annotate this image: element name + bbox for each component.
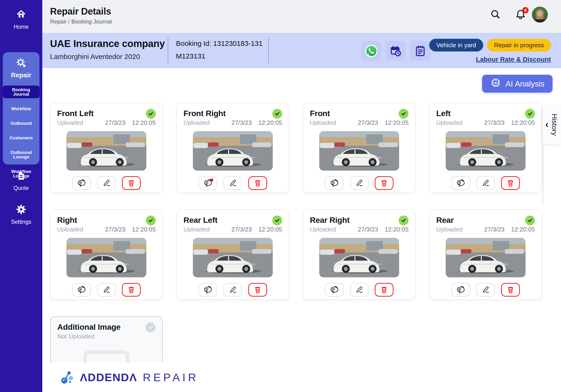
uploaded-check-icon	[272, 216, 282, 225]
card-title: Front Left	[57, 109, 94, 118]
edit-button[interactable]	[476, 176, 495, 190]
delete-button[interactable]	[375, 176, 393, 190]
vehicle-photo[interactable]	[193, 238, 273, 277]
delete-button[interactable]	[122, 283, 141, 297]
comment-button[interactable]	[325, 176, 344, 190]
trash-icon	[380, 178, 388, 188]
photo-card: Rear Right Uploaded 27/3/2312:20:05	[303, 209, 416, 300]
sidebar-item-outbound-lounge[interactable]: Outbound Lounge	[3, 148, 40, 161]
card-datetime: 27/3/2312:20:05	[358, 226, 409, 233]
comment-button[interactable]	[325, 283, 344, 297]
card-date: 27/3/23	[358, 119, 378, 126]
card-datetime: 27/3/2312:20:05	[105, 226, 156, 233]
card-title: Rear Left	[183, 216, 217, 225]
brand-name-primary: ΛDDENDΛ	[80, 371, 137, 384]
edit-button[interactable]	[350, 176, 369, 190]
comment-button[interactable]	[451, 176, 470, 190]
history-drawer-tab[interactable]: ‹ History	[543, 105, 561, 144]
vehicle-photo[interactable]	[66, 131, 146, 171]
vehicle-photo[interactable]	[319, 238, 399, 277]
card-time: 12:20:05	[132, 226, 156, 233]
chevron-left-icon: ‹	[545, 120, 548, 129]
delete-button[interactable]	[248, 283, 267, 297]
card-status: Uploaded	[436, 119, 462, 126]
delete-button[interactable]	[501, 176, 520, 190]
breadcrumb: Repair / Booking Journal	[50, 18, 112, 25]
sidebar-item-outbound[interactable]: Outbound	[8, 119, 34, 127]
labour-rate-link[interactable]: Labour Rate & Discount	[476, 56, 551, 63]
vehicle-photo[interactable]	[193, 131, 273, 171]
card-status: Uploaded	[310, 226, 336, 233]
comment-button[interactable]	[72, 283, 91, 297]
photo-card: Rear Left Uploaded 27/3/2312:20:05	[176, 209, 289, 300]
delete-button[interactable]	[248, 176, 267, 190]
trash-icon	[253, 285, 262, 295]
card-datetime: 27/3/2312:20:05	[484, 226, 535, 233]
trash-icon	[506, 178, 515, 188]
card-time: 12:20:05	[259, 226, 282, 233]
ai-analysis-button[interactable]: AI AI Analysis	[482, 75, 552, 93]
delete-button[interactable]	[375, 283, 393, 297]
comment-button[interactable]	[451, 283, 470, 297]
history-tab-label: History	[550, 114, 558, 136]
uploaded-check-icon	[272, 109, 282, 119]
notes-button[interactable]	[410, 41, 430, 61]
comment-button[interactable]	[198, 176, 217, 190]
edit-button[interactable]	[97, 176, 116, 190]
vehicle-photo[interactable]	[446, 238, 526, 277]
whatsapp-button[interactable]	[361, 41, 381, 61]
vehicle-photo[interactable]	[319, 131, 399, 171]
sidebar-item-home[interactable]: Home	[0, 9, 42, 30]
sidebar-item-workflow[interactable]: Workflow	[9, 105, 33, 113]
trash-icon	[380, 285, 388, 295]
card-date: 27/3/23	[231, 226, 252, 233]
vehicle-photo[interactable]	[66, 238, 146, 277]
main-content: AI AI Analysis Front Left Uploaded 27/3/…	[42, 68, 561, 392]
sidebar-section-repair[interactable]: Repair Booking JournalWorkflowOutboundCu…	[3, 52, 40, 164]
comment-button[interactable]	[72, 176, 91, 190]
page-title: Repair Details	[50, 6, 111, 17]
card-datetime: 27/3/2312:20:05	[105, 119, 156, 126]
edit-button[interactable]	[97, 283, 116, 297]
delete-button[interactable]	[122, 176, 141, 190]
search-icon[interactable]	[490, 9, 501, 21]
edit-button[interactable]	[476, 283, 495, 297]
edit-button[interactable]	[223, 283, 242, 297]
card-date: 27/3/23	[105, 119, 125, 126]
uploaded-check-icon	[399, 109, 409, 119]
card-time: 12:20:05	[385, 119, 409, 126]
avatar[interactable]	[532, 7, 548, 22]
schedule-button[interactable]	[386, 41, 406, 61]
card-status: Uploaded	[436, 226, 462, 233]
card-datetime: 27/3/2312:20:05	[231, 226, 282, 233]
photo-card: Right Uploaded 27/3/2312:20:05	[50, 209, 163, 300]
edit-button[interactable]	[350, 283, 369, 297]
card-datetime: 27/3/2312:20:05	[358, 119, 409, 126]
comment-icon	[203, 285, 213, 295]
edit-button[interactable]	[223, 176, 242, 190]
card-time: 12:20:05	[511, 119, 535, 126]
vehicle-photo[interactable]	[446, 131, 526, 171]
vehicle-name: Lamborghini Aventedor 2020	[50, 53, 140, 61]
comment-button[interactable]	[198, 283, 217, 297]
comment-icon	[329, 285, 339, 295]
card-title: Left	[436, 109, 451, 118]
photo-card: Front Right Uploaded 27/3/2312:20:05	[176, 103, 289, 193]
sidebar-item-quote[interactable]: Quote	[0, 171, 42, 191]
notifications-bell-icon[interactable]: 4	[515, 9, 526, 21]
settings-gear-icon	[16, 204, 27, 216]
status-badge: Repair in progress	[487, 39, 551, 52]
status-badges: Vehicle in yardRepair in progress	[429, 39, 551, 52]
edit-icon	[228, 178, 237, 188]
edit-icon	[355, 285, 364, 295]
sidebar-item-booking-journal[interactable]: Booking Journal	[3, 86, 40, 98]
card-date: 27/3/23	[231, 119, 252, 126]
top-header: Repair Details Repair / Booking Journal …	[42, 0, 561, 33]
trash-icon	[127, 285, 136, 295]
trash-icon	[127, 178, 136, 188]
edit-icon	[355, 178, 364, 188]
delete-button[interactable]	[501, 283, 520, 297]
sidebar-item-settings[interactable]: Settings	[0, 204, 42, 225]
svg-text:AI: AI	[494, 81, 497, 85]
sidebar-item-customers[interactable]: Customers	[7, 134, 35, 142]
